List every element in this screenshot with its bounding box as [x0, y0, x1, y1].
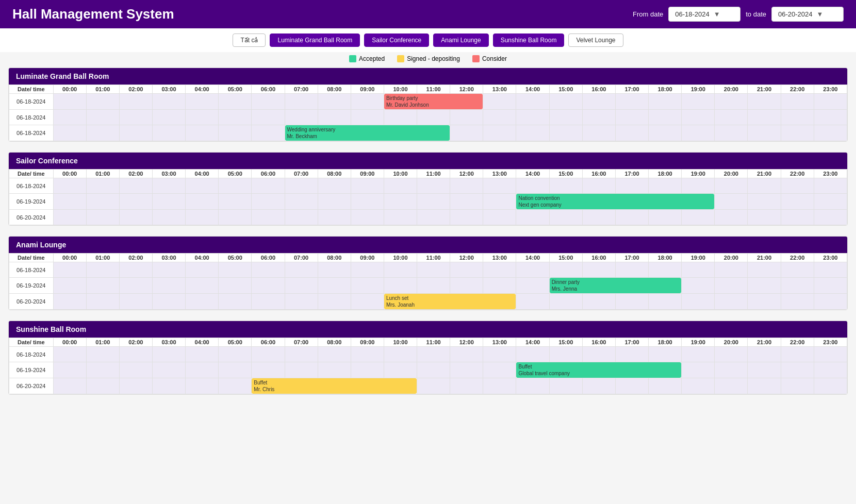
table-row: 06-18-2024: [9, 262, 847, 278]
empty-hour-cell: [119, 194, 152, 210]
col-header-hour: 00:00: [53, 170, 86, 178]
empty-hour-cell: [384, 194, 417, 210]
col-header-hour: 12:00: [450, 85, 483, 94]
event-cell[interactable]: Birthday party Mr. David Jonhson: [384, 94, 483, 110]
empty-hour-cell: [615, 125, 648, 141]
empty-hour-cell: [516, 294, 549, 310]
col-header-hour: 14:00: [516, 170, 549, 178]
empty-hour-cell: [549, 262, 582, 278]
filter-btn-tất-cả[interactable]: Tất cả: [233, 33, 266, 47]
empty-hour-cell: [86, 294, 119, 310]
filter-btn-anami-lounge[interactable]: Anami Lounge: [433, 33, 488, 47]
empty-hour-cell: [483, 378, 516, 394]
filter-btn-sailor-conference[interactable]: Sailor Conference: [364, 33, 429, 47]
empty-hour-cell: [450, 262, 483, 278]
empty-hour-cell: [285, 278, 318, 294]
col-header-hour: 21:00: [748, 170, 781, 178]
event-block: Dinner party Mrs. Jenna: [550, 278, 682, 293]
to-date-picker[interactable]: 06-20-2024 ▼: [771, 7, 844, 22]
col-header-hour: 11:00: [417, 254, 450, 262]
event-cell[interactable]: Dinner party Mrs. Jenna: [549, 278, 682, 294]
empty-hour-cell: [549, 210, 582, 225]
empty-hour-cell: [252, 110, 285, 125]
event-cell[interactable]: Buffet Global travel company: [516, 362, 682, 378]
empty-hour-cell: [119, 210, 152, 225]
empty-hour-cell: [549, 110, 582, 125]
empty-hour-cell: [252, 125, 285, 141]
col-header-hour: 03:00: [152, 254, 185, 262]
col-header-hour: 12:00: [450, 254, 483, 262]
empty-hour-cell: [781, 210, 814, 225]
empty-hour-cell: [384, 278, 417, 294]
col-header-hour: 20:00: [715, 85, 748, 94]
col-header-hour: 01:00: [86, 338, 119, 347]
col-header-hour: 04:00: [186, 170, 219, 178]
empty-hour-cell: [715, 262, 748, 278]
date-cell: 06-18-2024: [9, 262, 54, 278]
filter-btn-velvet-lounge[interactable]: Velvet Lounge: [568, 33, 623, 47]
empty-hour-cell: [814, 178, 847, 194]
empty-hour-cell: [781, 178, 814, 194]
col-header-hour: 01:00: [86, 170, 119, 178]
legend-label: Accepted: [359, 55, 385, 62]
legend-color: [397, 55, 404, 62]
empty-hour-cell: [748, 194, 781, 210]
empty-hour-cell: [649, 347, 682, 362]
empty-hour-cell: [384, 210, 417, 225]
empty-hour-cell: [252, 294, 285, 310]
col-header-hour: 09:00: [351, 85, 384, 94]
legend-color: [349, 55, 356, 62]
empty-hour-cell: [119, 110, 152, 125]
event-cell[interactable]: Wedding anniversary Mr. Beckham: [285, 125, 450, 141]
col-header-hour: 14:00: [516, 338, 549, 347]
empty-hour-cell: [417, 110, 450, 125]
empty-hour-cell: [615, 378, 648, 394]
empty-hour-cell: [186, 262, 219, 278]
event-cell[interactable]: Buffet Mr. Chris: [252, 378, 417, 394]
empty-hour-cell: [285, 347, 318, 362]
empty-hour-cell: [450, 362, 483, 378]
empty-hour-cell: [152, 294, 185, 310]
col-header-hour: 03:00: [152, 85, 185, 94]
empty-hour-cell: [252, 262, 285, 278]
col-header-date: Date/ time: [9, 85, 54, 94]
col-header-hour: 10:00: [384, 254, 417, 262]
filter-btn-sunshine-ball-room[interactable]: Sunshine Ball Room: [493, 33, 565, 47]
empty-hour-cell: [682, 378, 715, 394]
empty-hour-cell: [483, 110, 516, 125]
empty-hour-cell: [649, 210, 682, 225]
empty-hour-cell: [119, 262, 152, 278]
col-header-hour: 05:00: [219, 85, 252, 94]
empty-hour-cell: [119, 362, 152, 378]
col-header-hour: 06:00: [252, 338, 285, 347]
col-header-hour: 10:00: [384, 170, 417, 178]
filter-btn-luminate-grand-ball-room[interactable]: Luminate Grand Ball Room: [270, 33, 360, 47]
col-header-hour: 04:00: [186, 338, 219, 347]
event-cell[interactable]: Nation convention Next gen company: [516, 194, 715, 210]
empty-hour-cell: [86, 110, 119, 125]
empty-hour-cell: [53, 210, 86, 225]
table-row: 06-18-2024: [9, 347, 847, 362]
empty-hour-cell: [86, 125, 119, 141]
empty-hour-cell: [516, 110, 549, 125]
empty-hour-cell: [186, 125, 219, 141]
main-content: Luminate Grand Ball RoomDate/ time00:000…: [0, 68, 856, 415]
event-cell[interactable]: Lunch set Mrs. Joanah: [384, 294, 516, 310]
empty-hour-cell: [53, 347, 86, 362]
empty-hour-cell: [219, 278, 252, 294]
empty-hour-cell: [252, 347, 285, 362]
schedule-table: Date/ time00:0001:0002:0003:0004:0005:00…: [9, 169, 847, 225]
table-row: 06-20-2024: [9, 210, 847, 225]
col-header-hour: 08:00: [318, 85, 351, 94]
empty-hour-cell: [615, 178, 648, 194]
empty-hour-cell: [186, 347, 219, 362]
empty-hour-cell: [152, 278, 185, 294]
empty-hour-cell: [483, 178, 516, 194]
empty-hour-cell: [450, 194, 483, 210]
empty-hour-cell: [119, 178, 152, 194]
col-header-hour: 07:00: [285, 85, 318, 94]
from-date-picker[interactable]: 06-18-2024 ▼: [668, 7, 740, 22]
empty-hour-cell: [351, 362, 384, 378]
empty-hour-cell: [186, 294, 219, 310]
empty-hour-cell: [252, 278, 285, 294]
